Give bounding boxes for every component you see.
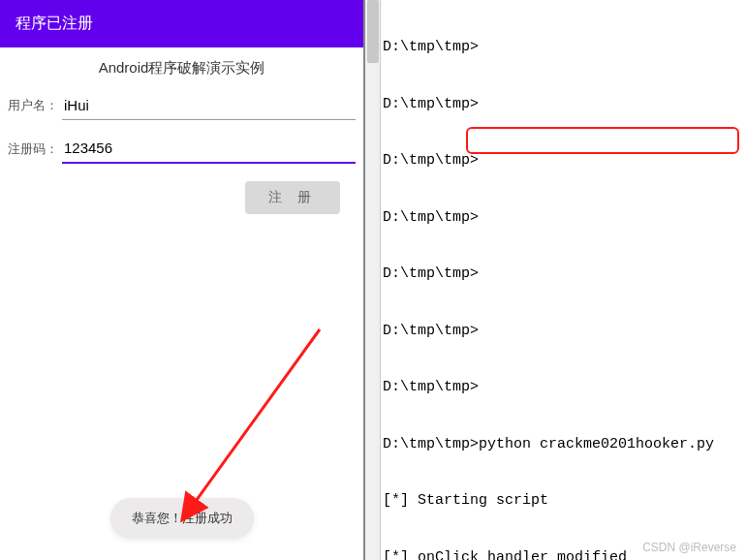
watermark-text: CSDN @iReverse <box>642 541 736 554</box>
terminal-output: D:\tmp\tmp> D:\tmp\tmp> D:\tmp\tmp> D:\t… <box>383 0 746 560</box>
username-input[interactable] <box>62 91 356 120</box>
scrollbar-thumb[interactable] <box>367 0 379 63</box>
terminal-line: D:\tmp\tmp> <box>383 378 746 397</box>
terminal-line: D:\tmp\tmp> <box>383 208 746 228</box>
username-label: 用户名： <box>8 97 62 120</box>
app-title-bar: 程序已注册 <box>0 0 363 47</box>
android-app-panel: 程序已注册 Android程序破解演示实例 用户名： 注册码： 注 册 恭喜您！… <box>0 0 363 560</box>
regcode-input[interactable] <box>62 134 356 164</box>
terminal-line: D:\tmp\tmp> <box>383 264 746 284</box>
button-row: 注 册 <box>0 164 363 214</box>
regcode-label: 注册码： <box>8 140 62 164</box>
terminal-line: D:\tmp\tmp>python crackme0201hooker.py <box>383 435 746 454</box>
regcode-row: 注册码： <box>0 130 363 164</box>
terminal-line: D:\tmp\tmp> <box>383 151 746 171</box>
app-subtitle: Android程序破解演示实例 <box>0 47 363 87</box>
app-title-text: 程序已注册 <box>16 15 93 31</box>
register-button[interactable]: 注 册 <box>245 181 340 214</box>
terminal-line: [*] Starting script <box>383 491 746 511</box>
scrollbar-track[interactable] <box>365 0 381 560</box>
terminal-line: D:\tmp\tmp> <box>383 38 746 57</box>
username-row: 用户名： <box>0 87 363 120</box>
terminal-line: D:\tmp\tmp> <box>383 95 746 114</box>
toast-message: 恭喜您！注册成功 <box>110 498 254 539</box>
terminal-panel: D:\tmp\tmp> D:\tmp\tmp> D:\tmp\tmp> D:\t… <box>363 0 746 560</box>
terminal-line: D:\tmp\tmp> <box>383 322 746 341</box>
